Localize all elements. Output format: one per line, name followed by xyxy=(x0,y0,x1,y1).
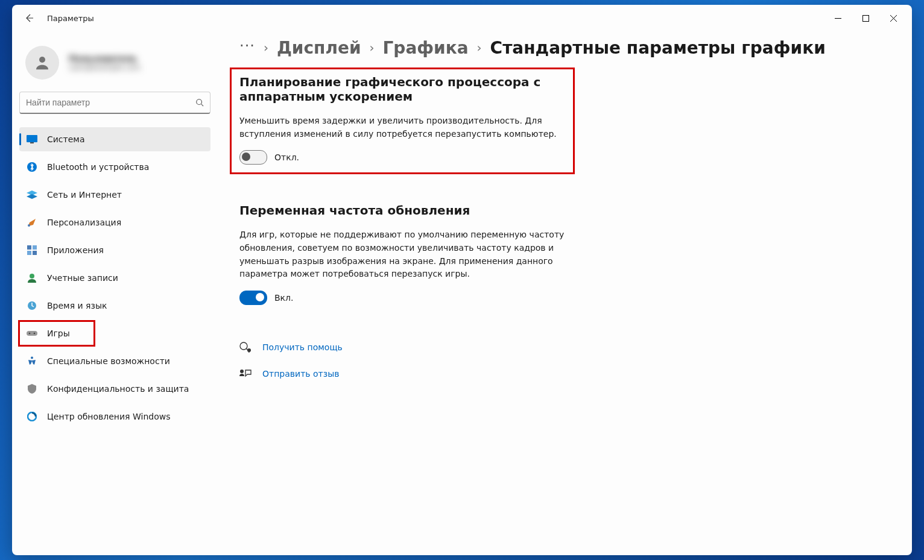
maximize-button[interactable] xyxy=(852,5,879,31)
svg-rect-3 xyxy=(27,135,37,142)
sidebar-item-gaming[interactable]: Игры xyxy=(19,321,94,345)
minimize-button[interactable] xyxy=(824,5,852,31)
sidebar-item-label: Время и язык xyxy=(47,301,107,310)
svg-point-1 xyxy=(39,57,45,63)
svg-rect-10 xyxy=(33,251,37,255)
sidebar-item-label: Персонализация xyxy=(47,218,121,227)
get-help-link[interactable]: Получить помощь xyxy=(262,342,343,352)
windows-update-icon xyxy=(27,411,37,422)
sidebar-item-system[interactable]: Система xyxy=(19,127,210,151)
get-help-row: ? Получить помощь xyxy=(239,341,888,353)
toggle-state-label: Вкл. xyxy=(274,293,293,303)
section-gpu-scheduling: Планирование графического процессора с а… xyxy=(231,69,574,173)
sidebar-item-apps[interactable]: Приложения xyxy=(19,238,210,262)
sidebar-item-label: Специальные возможности xyxy=(47,356,170,366)
feedback-icon xyxy=(239,368,252,380)
sidebar-item-label: Сеть и Интернет xyxy=(47,190,122,200)
sidebar-item-personalization[interactable]: Персонализация xyxy=(19,210,210,234)
personalization-icon xyxy=(27,217,37,228)
svg-rect-9 xyxy=(27,251,31,255)
breadcrumb-display[interactable]: Дисплей xyxy=(277,38,361,58)
svg-rect-7 xyxy=(27,245,31,250)
apps-icon xyxy=(27,245,37,256)
svg-rect-0 xyxy=(862,15,869,21)
svg-rect-8 xyxy=(33,245,37,250)
gpu-scheduling-toggle[interactable] xyxy=(239,150,267,165)
time-language-icon xyxy=(27,300,37,311)
privacy-icon xyxy=(27,383,37,394)
sidebar: Пользователь user@example.com Сис xyxy=(12,31,221,555)
accessibility-icon xyxy=(27,356,37,367)
section-title: Планирование графического процессора с а… xyxy=(239,75,565,104)
svg-point-16 xyxy=(31,357,33,359)
sidebar-item-label: Игры xyxy=(47,329,70,338)
sidebar-item-accounts[interactable]: Учетные записи xyxy=(19,266,210,290)
settings-window: Параметры Пользователь user@example.com xyxy=(12,5,912,555)
breadcrumb: ··· › Дисплей › Графика › Стандартные па… xyxy=(239,37,888,58)
feedback-row: Отправить отзыв xyxy=(239,368,888,380)
gaming-icon xyxy=(27,328,37,339)
chevron-right-icon: › xyxy=(477,40,482,55)
section-desc: Уменьшить время задержки и увеличить про… xyxy=(239,115,565,140)
svg-point-11 xyxy=(30,274,34,278)
search-box[interactable] xyxy=(19,92,210,114)
svg-point-21 xyxy=(240,370,244,373)
sidebar-item-bluetooth[interactable]: Bluetooth и устройства xyxy=(19,155,210,179)
svg-rect-4 xyxy=(30,142,34,143)
help-links: ? Получить помощь Отправить отзыв xyxy=(239,341,888,380)
app-title: Параметры xyxy=(47,14,94,23)
search-icon xyxy=(189,98,210,107)
user-email: user@example.com xyxy=(69,63,141,72)
feedback-link[interactable]: Отправить отзыв xyxy=(262,369,339,379)
section-title: Переменная частота обновления xyxy=(239,203,565,218)
chevron-right-icon: › xyxy=(264,40,268,55)
content: ··· › Дисплей › Графика › Стандартные па… xyxy=(221,31,912,555)
help-icon: ? xyxy=(239,341,252,353)
sidebar-item-accessibility[interactable]: Специальные возможности xyxy=(19,349,210,373)
sidebar-item-network[interactable]: Сеть и Интернет xyxy=(19,183,210,207)
network-icon xyxy=(27,189,37,200)
system-icon xyxy=(27,134,37,145)
breadcrumb-current: Стандартные параметры графики xyxy=(490,38,826,58)
sidebar-item-windows-update[interactable]: Центр обновления Windows xyxy=(19,404,210,429)
svg-rect-13 xyxy=(27,331,37,336)
accounts-icon xyxy=(27,272,37,283)
sidebar-item-time-language[interactable]: Время и язык xyxy=(19,294,210,318)
sidebar-item-label: Bluetooth и устройства xyxy=(47,162,149,172)
sidebar-item-label: Конфиденциальность и защита xyxy=(47,384,189,394)
bluetooth-icon xyxy=(27,162,37,172)
sidebar-item-label: Приложения xyxy=(47,245,104,255)
sidebar-item-label: Центр обновления Windows xyxy=(47,412,170,421)
toggle-state-label: Откл. xyxy=(274,153,299,162)
svg-point-6 xyxy=(28,224,30,227)
vrr-toggle[interactable] xyxy=(239,291,267,305)
nav: Система Bluetooth и устройства Сеть и Ин… xyxy=(19,127,221,432)
section-vrr: Переменная частота обновления Для игр, к… xyxy=(239,203,565,305)
avatar xyxy=(25,46,59,80)
section-desc: Для игр, которые не поддерживают по умол… xyxy=(239,228,565,281)
user-name: Пользователь xyxy=(69,54,141,63)
sidebar-item-label: Учетные записи xyxy=(47,273,118,283)
search-input[interactable] xyxy=(20,98,189,107)
close-button[interactable] xyxy=(879,5,907,31)
titlebar: Параметры xyxy=(12,5,912,31)
sidebar-item-label: Система xyxy=(47,134,84,144)
back-button[interactable] xyxy=(17,6,41,30)
svg-point-15 xyxy=(34,333,36,335)
breadcrumb-more[interactable]: ··· xyxy=(239,37,255,58)
sidebar-item-privacy[interactable]: Конфиденциальность и защита xyxy=(19,377,210,401)
chevron-right-icon: › xyxy=(370,40,375,55)
breadcrumb-graphics[interactable]: Графика xyxy=(383,38,469,58)
svg-point-2 xyxy=(197,99,202,105)
svg-point-14 xyxy=(29,333,31,335)
svg-text:?: ? xyxy=(248,349,250,353)
user-block[interactable]: Пользователь user@example.com xyxy=(19,39,221,92)
window-controls xyxy=(824,5,907,31)
